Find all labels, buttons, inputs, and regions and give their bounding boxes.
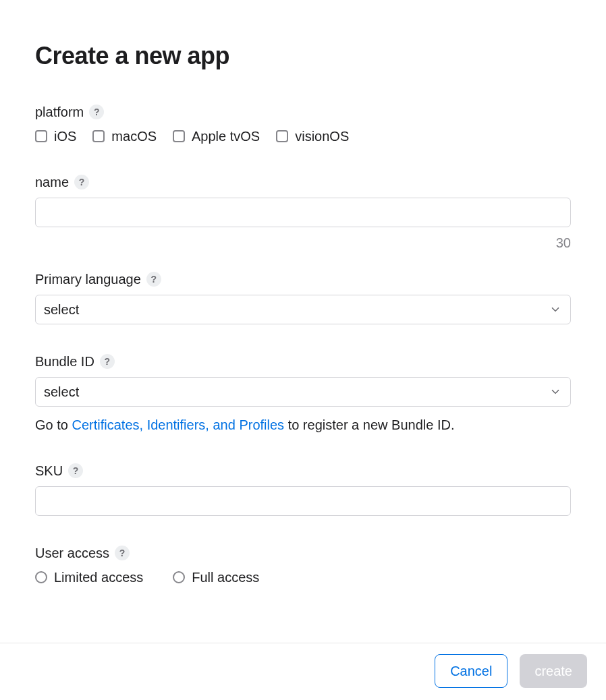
name-char-count: 30 [35,234,571,252]
checkbox-label: macOS [111,127,157,145]
select-value: select [44,301,79,318]
hint-prefix: Go to [35,417,72,432]
checkbox-label: Apple tvOS [192,127,260,145]
platform-checkbox-ios[interactable]: iOS [35,127,76,145]
cancel-button[interactable]: Cancel [435,654,507,688]
help-icon[interactable]: ? [100,354,115,369]
user-access-options: Limited access Full access [35,568,571,586]
help-icon[interactable]: ? [146,272,161,287]
checkbox-icon [35,130,47,142]
radio-icon [173,571,185,583]
checkbox-icon [92,130,105,142]
user-access-radio-full[interactable]: Full access [173,568,259,586]
checkbox-icon [173,130,185,142]
primary-language-label: Primary language [35,270,141,288]
platform-checkbox-tvos[interactable]: Apple tvOS [173,127,260,145]
platform-checkbox-visionos[interactable]: visionOS [276,127,349,145]
help-icon[interactable]: ? [68,463,83,478]
sku-input[interactable] [35,486,571,516]
primary-language-field: Primary language ? select [35,270,571,324]
hint-suffix: to register a new Bundle ID. [284,417,454,432]
certificates-link[interactable]: Certificates, Identifiers, and Profiles [72,417,284,432]
name-label: name [35,173,69,191]
platform-checkbox-macos[interactable]: macOS [92,127,157,145]
sku-field: SKU ? [35,462,571,516]
page-title: Create a new app [35,40,571,72]
radio-label: Full access [192,568,259,586]
checkbox-label: iOS [54,127,76,145]
user-access-field: User access ? Limited access Full access [35,544,571,586]
bundle-id-field: Bundle ID ? select Go to Certificates, I… [35,353,571,434]
bundle-id-label: Bundle ID [35,353,94,370]
platform-field: platform ? iOS macOS Apple tvOS [35,103,571,145]
user-access-radio-limited[interactable]: Limited access [35,568,143,586]
name-field: name ? 30 [35,173,571,252]
dialog-footer: Cancel create [0,643,606,700]
help-icon[interactable]: ? [115,546,130,560]
name-input[interactable] [35,198,571,227]
select-value: select [44,383,79,401]
sku-label: SKU [35,462,63,479]
help-icon[interactable]: ? [89,105,104,119]
platform-label: platform [35,103,84,121]
bundle-id-hint: Go to Certificates, Identifiers, and Pro… [35,416,571,434]
radio-label: Limited access [54,568,143,586]
primary-language-select[interactable]: select [35,295,571,324]
user-access-label: User access [35,544,109,562]
radio-icon [35,571,47,583]
create-button[interactable]: create [520,654,587,688]
checkbox-icon [276,130,288,142]
checkbox-label: visionOS [295,127,349,145]
platform-options: iOS macOS Apple tvOS visionOS [35,127,571,145]
bundle-id-select[interactable]: select [35,377,571,407]
help-icon[interactable]: ? [74,175,89,189]
